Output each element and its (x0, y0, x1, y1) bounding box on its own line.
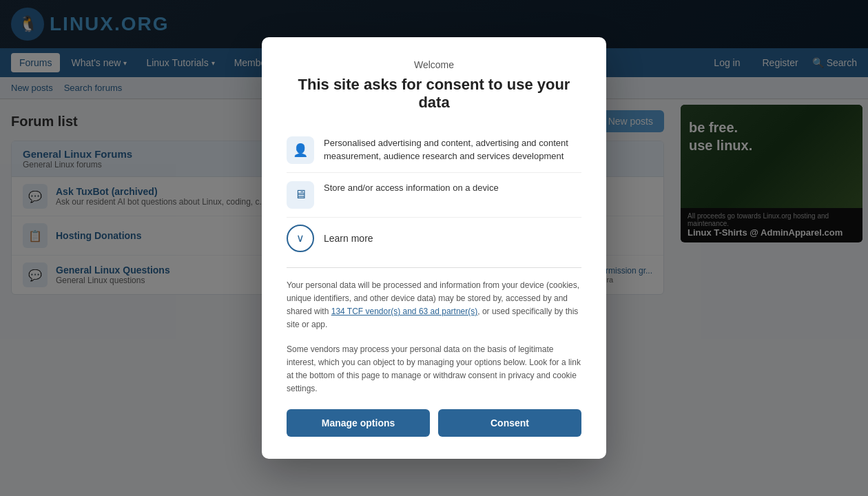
modal-welcome: Welcome (287, 59, 581, 70)
modal-actions: Manage options Consent (287, 409, 581, 437)
modal-title: This site asks for consent to use your d… (287, 76, 581, 112)
tcf-link[interactable]: 134 TCF vendor(s) and 63 ad partner(s) (331, 307, 478, 316)
modal-overlay: Welcome This site asks for consent to us… (0, 0, 868, 496)
consent-text-personalised: Personalised advertising and content, ad… (324, 136, 581, 163)
learn-more-label[interactable]: Learn more (324, 233, 373, 244)
consent-body-text: Some vendors may process your personal d… (287, 343, 581, 396)
store-access-icon: 🖥 (287, 181, 314, 209)
consent-text-store: Store and/or access information on a dev… (324, 181, 499, 195)
personalised-ad-icon: 👤 (287, 136, 314, 164)
chevron-down-icon[interactable]: ∨ (287, 225, 314, 252)
consent-button[interactable]: Consent (438, 409, 581, 437)
manage-options-button[interactable]: Manage options (287, 409, 430, 437)
modal-divider (287, 267, 581, 268)
learn-more-item: ∨ Learn more (287, 218, 581, 259)
consent-item-personalised: 👤 Personalised advertising and content, … (287, 128, 581, 173)
consent-item-store: 🖥 Store and/or access information on a d… (287, 173, 581, 218)
consent-description-1: Your personal data will be processed and… (287, 279, 581, 332)
consent-modal: Welcome This site asks for consent to us… (262, 37, 606, 459)
